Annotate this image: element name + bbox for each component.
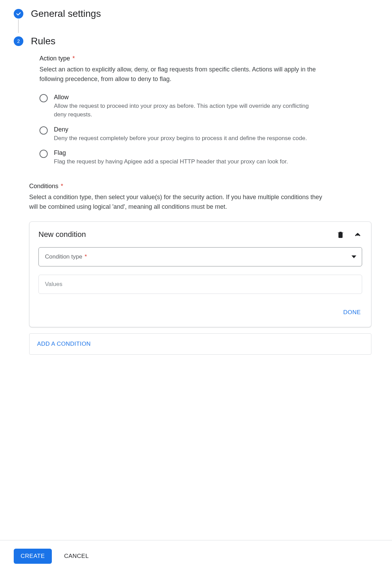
required-marker: * (72, 55, 75, 62)
radio-deny[interactable]: Deny Deny the request completely before … (39, 126, 371, 143)
required-marker: * (84, 253, 87, 260)
step-2-row: 2 Rules (0, 33, 392, 47)
dropdown-caret-icon (351, 255, 356, 258)
values-input[interactable] (45, 281, 356, 288)
step-1-check-icon (14, 9, 23, 19)
radio-flag[interactable]: Flag Flag the request by having Apigee a… (39, 149, 371, 166)
step-connector (18, 19, 19, 33)
action-type-radio-group: Allow Allow the request to proceed into … (39, 94, 371, 166)
condition-card-title: New condition (38, 230, 86, 239)
radio-allow[interactable]: Allow Allow the request to proceed into … (39, 94, 371, 119)
step-2-number: 2 (17, 38, 20, 44)
step-2-number-badge: 2 (14, 36, 23, 46)
radio-allow-desc: Allow the request to proceed into your p… (54, 102, 322, 119)
step-1-row: General settings (0, 5, 392, 19)
create-button[interactable]: CREATE (14, 549, 52, 564)
cancel-button[interactable]: CANCEL (60, 549, 93, 564)
values-input-wrap[interactable] (38, 275, 362, 294)
conditions-label: Conditions * (29, 183, 371, 190)
radio-flag-circle[interactable] (39, 150, 48, 158)
step-2-title: Rules (31, 36, 56, 47)
delete-icon[interactable] (336, 230, 345, 239)
radio-allow-circle[interactable] (39, 94, 48, 102)
conditions-description: Select a condition type, then select you… (29, 193, 324, 212)
condition-type-placeholder: Condition type (45, 253, 82, 260)
radio-flag-title: Flag (54, 149, 371, 157)
collapse-icon[interactable] (353, 230, 362, 239)
action-type-label: Action type * (39, 55, 371, 62)
bottom-action-bar: CREATE CANCEL (0, 540, 392, 572)
radio-flag-desc: Flag the request by having Apigee add a … (54, 157, 322, 166)
step-1-title: General settings (31, 8, 101, 19)
add-condition-card[interactable]: ADD A CONDITION (29, 333, 371, 355)
condition-type-select[interactable]: Condition type * (38, 247, 362, 266)
action-type-description: Select an action to explicitly allow, de… (39, 65, 321, 84)
radio-deny-desc: Deny the request completely before your … (54, 134, 322, 143)
done-button[interactable]: DONE (342, 307, 362, 318)
required-marker: * (61, 183, 63, 190)
add-condition-button[interactable]: ADD A CONDITION (37, 341, 91, 347)
radio-deny-title: Deny (54, 126, 371, 133)
condition-card: New condition Condition type * (29, 221, 371, 327)
radio-deny-circle[interactable] (39, 126, 48, 135)
radio-allow-title: Allow (54, 94, 371, 101)
